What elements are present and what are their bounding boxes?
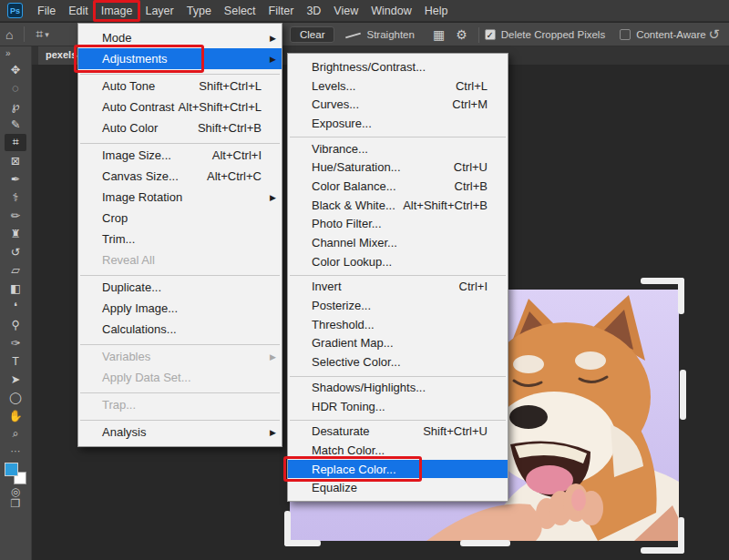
menu-item[interactable]: ▶ xyxy=(288,133,508,139)
menubar-item[interactable]: File xyxy=(31,2,62,20)
menubar-item[interactable]: Type xyxy=(180,2,218,20)
menu-item[interactable]: Adjustments ▶ xyxy=(78,48,282,69)
menu-item[interactable]: Levels... Ctrl+L ▶ xyxy=(288,76,508,96)
menu-item[interactable]: Analysis ▶ xyxy=(78,422,282,443)
clear-button[interactable]: Clear xyxy=(290,26,334,43)
menu-item[interactable]: Color Balance... Ctrl+B ▶ xyxy=(288,177,508,196)
menubar-item[interactable]: View xyxy=(327,2,364,20)
menu-item[interactable]: Canvas Size... Alt+Ctrl+C ▶ xyxy=(78,166,282,187)
home-icon[interactable]: ⌂ xyxy=(0,27,18,42)
menu-bar: Ps File Edit Image Layer xyxy=(0,0,729,22)
menubar-item[interactable]: Filter xyxy=(262,2,301,20)
document-tab[interactable]: pexels-s xyxy=(38,46,80,65)
clone-stamp-tool[interactable]: ♜ xyxy=(5,225,26,242)
menu-item: Reveal All ▶ xyxy=(78,249,282,270)
menu-item[interactable]: Image Size... Alt+Ctrl+I ▶ xyxy=(78,145,282,166)
crop-handle-bottom-middle[interactable] xyxy=(460,540,510,546)
menu-item[interactable]: Hue/Saturation... Ctrl+U ▶ xyxy=(288,158,508,177)
lasso-tool[interactable]: ℘ xyxy=(5,97,26,115)
menu-item[interactable]: Duplicate... ▶ xyxy=(78,277,282,298)
edit-toolbar-icon[interactable]: ⋯ xyxy=(11,445,21,457)
menu-item[interactable]: Color Lookup... ▶ xyxy=(288,252,508,271)
revert-icon[interactable]: ↺ xyxy=(708,26,720,43)
menu-item[interactable]: Photo Filter... ▶ xyxy=(288,215,508,234)
content-aware-checkbox[interactable]: Content-Aware xyxy=(620,29,706,40)
zoom-tool[interactable]: ⌕ xyxy=(5,425,26,443)
menu-item[interactable]: Threshold... ▶ xyxy=(288,315,508,334)
menu-item[interactable]: Match Color... ▶ xyxy=(288,441,508,460)
menu-item[interactable]: Replace Color... ▶ xyxy=(288,460,508,479)
menu-item[interactable]: ▶ xyxy=(288,271,508,278)
menu-item[interactable]: Black & White... Alt+Shift+Ctrl+B ▶ xyxy=(288,196,508,215)
menu-item[interactable]: ▶ xyxy=(78,415,282,422)
menu-item[interactable]: Crop ▶ xyxy=(78,208,282,229)
history-brush-tool[interactable]: ↺ xyxy=(5,243,26,260)
menubar-item[interactable]: Layer xyxy=(139,2,180,20)
pen-tool[interactable]: ✑ xyxy=(5,334,26,351)
menu-item[interactable]: Channel Mixer... ▶ xyxy=(288,233,508,252)
menu-item[interactable]: Image Rotation ▶ xyxy=(78,187,282,208)
type-tool[interactable]: T xyxy=(5,352,26,370)
menu-item[interactable]: ▶ xyxy=(78,340,282,346)
menubar-item[interactable]: Help xyxy=(418,2,455,20)
menubar-item[interactable]: 3D xyxy=(300,2,327,20)
toolbar-expand-icon[interactable]: » xyxy=(0,46,15,61)
crop-handle-bottom-left[interactable] xyxy=(284,511,291,546)
crop-handle-right-middle[interactable] xyxy=(680,370,686,420)
menu-item[interactable]: HDR Toning... ▶ xyxy=(288,397,508,416)
menu-item[interactable]: Exposure... ▶ xyxy=(288,114,508,133)
menubar-item[interactable]: Edit xyxy=(62,2,95,20)
menu-item[interactable]: Shadows/Highlights... ▶ xyxy=(288,378,508,397)
menu-item[interactable]: Auto Color Shift+Ctrl+B ▶ xyxy=(78,117,282,138)
marquee-tool[interactable]: ◌ xyxy=(5,79,26,97)
hand-tool[interactable]: ✋ xyxy=(5,407,26,424)
gradient-tool[interactable]: ◧ xyxy=(5,280,26,297)
menu-item[interactable]: Auto Contrast Alt+Shift+Ctrl+L ▶ xyxy=(78,97,282,117)
crop-tool[interactable]: ⌗ xyxy=(5,134,26,151)
path-selection-tool[interactable]: ➤ xyxy=(5,371,26,388)
shape-tool[interactable]: ◯ xyxy=(5,389,26,406)
healing-brush-tool[interactable]: ⚕ xyxy=(5,188,26,206)
blur-tool[interactable]: ❛ xyxy=(5,298,26,315)
menubar-item[interactable]: Window xyxy=(364,2,417,20)
menu-item[interactable]: ▶ xyxy=(78,69,282,76)
menu-item[interactable]: Posterize... ▶ xyxy=(288,296,508,315)
crop-handle-bottom-right[interactable] xyxy=(641,547,684,554)
menu-item[interactable]: Auto Tone Shift+Ctrl+L ▶ xyxy=(78,76,282,97)
menu-item[interactable]: Invert Ctrl+I ▶ xyxy=(288,278,508,297)
quick-selection-tool[interactable]: ✎ xyxy=(5,116,26,133)
menu-item[interactable]: Desaturate Shift+Ctrl+U ▶ xyxy=(288,422,508,441)
dodge-tool[interactable]: ⚲ xyxy=(5,316,26,333)
eraser-tool[interactable]: ▱ xyxy=(5,261,26,279)
menu-item[interactable]: ▶ xyxy=(78,270,282,277)
menu-item[interactable]: ▶ xyxy=(78,388,282,394)
move-tool[interactable]: ✥ xyxy=(5,61,26,78)
menu-item[interactable]: Vibrance... ▶ xyxy=(288,139,508,158)
menubar-item[interactable]: Image xyxy=(95,2,139,20)
crop-overlay-grid-icon[interactable]: ▦ xyxy=(427,27,450,42)
menu-item[interactable]: Curves... Ctrl+M ▶ xyxy=(288,95,508,114)
menu-item[interactable]: Apply Image... ▶ xyxy=(78,298,282,319)
menu-item[interactable]: Selective Color... ▶ xyxy=(288,352,508,372)
menu-item[interactable]: Calculations... ▶ xyxy=(78,319,282,340)
eyedropper-tool[interactable]: ✒ xyxy=(5,170,26,188)
screen-mode-icon[interactable]: ❐ xyxy=(11,498,21,510)
menu-item[interactable]: Gradient Map... ▶ xyxy=(288,334,508,353)
straighten-button[interactable]: Straighten xyxy=(345,29,414,40)
menu-item[interactable]: Mode ▶ xyxy=(78,27,282,48)
menu-item[interactable]: Brightness/Contrast... ▶ xyxy=(288,57,508,76)
crop-handle-top-right[interactable] xyxy=(678,278,684,314)
menubar-item[interactable]: Select xyxy=(218,2,262,20)
frame-tool[interactable]: ⊠ xyxy=(5,152,26,169)
menu-item[interactable]: ▶ xyxy=(288,372,508,378)
foreground-color-swatch[interactable] xyxy=(5,463,18,476)
menu-item[interactable]: Equalize ▶ xyxy=(288,478,508,497)
menu-item[interactable]: ▶ xyxy=(288,415,508,422)
checkbox-icon xyxy=(485,29,496,40)
menu-item[interactable]: Trim... ▶ xyxy=(78,229,282,249)
color-swatches[interactable] xyxy=(5,463,26,484)
delete-cropped-pixels-checkbox[interactable]: Delete Cropped Pixels xyxy=(485,29,605,40)
menu-item[interactable]: ▶ xyxy=(78,138,282,145)
brush-tool[interactable]: ✏ xyxy=(5,207,26,224)
crop-settings-gear-icon[interactable]: ⚙ xyxy=(450,27,473,42)
